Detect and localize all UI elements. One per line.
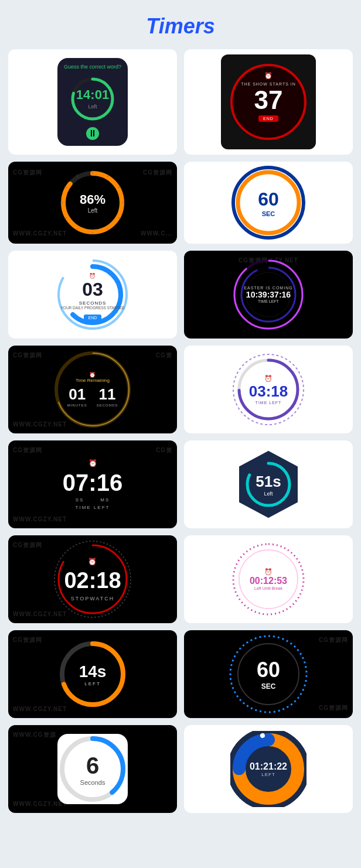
timer14-center: 60 SEC (257, 658, 280, 691)
timer13-container: 14s LEFT (57, 639, 128, 709)
timer6-center: EASTER IS COMING 10:39:37:16 TIME LEFT (244, 286, 292, 303)
timer-7: CG资源网 CG资 WWW.CGZY.NET ⏰ Time Remaining … (8, 346, 177, 433)
page-title: Timers (0, 0, 361, 49)
timer7-minutes-unit: 01 MINUTES (67, 385, 87, 407)
timer15-container: 6 Seconds (57, 734, 128, 804)
timer6-time: 10:39:37:16 (246, 290, 291, 299)
timer7-center: ⏰ Time Remaining 01 MINUTES 11 SECONDS (67, 372, 118, 407)
timer8-container: ⏰ 03:18 TIME LEFT (230, 351, 306, 428)
timer5-progress-label: YOUR DAILY PROGRESS STARTED (61, 306, 125, 310)
timer12-time: 00:12:53 (250, 576, 287, 586)
timer1-container: Guess the correct word? 14:01 Left ⏸ (57, 58, 128, 146)
timer8-left: TIME LEFT (256, 401, 282, 405)
timer7-sec-label: SECONDS (97, 404, 118, 407)
timer14-sec: SEC (261, 682, 276, 691)
timer7-title: Time Remaining (76, 378, 110, 383)
timer4-container: 60 SEC (230, 165, 306, 241)
timer9-clock-icon: ⏰ (88, 459, 97, 467)
watermark-7b: CG资 (156, 351, 172, 360)
timer9-time-left: TIME LEFT (76, 505, 110, 510)
timer-8: ⏰ 03:18 TIME LEFT (184, 346, 353, 433)
svg-point-22 (231, 201, 235, 204)
timers-grid: Guess the correct word? 14:01 Left ⏸ ⏰ T… (0, 49, 361, 825)
watermark-9b: CG资 (156, 446, 172, 454)
watermark-9a: CG资源网 (13, 446, 42, 454)
timer5-container: ⏰ 03 SECONDS YOUR DAILY PROGRESS STARTED… (55, 257, 131, 333)
timer5-sec-label: SECONDS (79, 300, 107, 306)
timer11-time: 02:18 (64, 568, 121, 593)
timer12-clock-icon: ⏰ (264, 568, 273, 576)
timer-3: CG资源网 CG资源网 WWW.CGZY.NET WWW.C... (8, 162, 177, 244)
timer10-container: 51s Left (236, 449, 301, 520)
timer10-num: 51s (256, 473, 281, 491)
timer3-center: 86% Left (80, 192, 105, 214)
timer6-coming: EASTER IS COMING (244, 286, 292, 290)
timer-11: CG资源网 WWW.CGZY.NET ⏰ 02:18 STOPWATCH (8, 535, 177, 623)
watermark-9c: WWW.CGZY.NET (13, 516, 67, 522)
timer5-bottom: END (84, 312, 102, 321)
timer1-left: Left (88, 104, 97, 110)
watermark-13a: CG资源网 (13, 636, 42, 644)
watermark-14a: CG资源网 (319, 636, 348, 644)
timer2-end-button[interactable]: END (258, 115, 278, 122)
svg-point-21 (267, 236, 270, 240)
timer9-container: ⏰ 07:16 SS MS TIME LEFT (63, 459, 122, 510)
timer11-label: STOPWATCH (71, 596, 114, 602)
timer12-container: ⏰ 00:12:53 Left Until Break (230, 538, 306, 620)
timer5-end-button[interactable]: END (84, 315, 102, 321)
timer6-left: TIME LEFT (258, 299, 279, 303)
timer1-question: Guess the correct word? (64, 64, 121, 71)
timer-15: WWW.CG资源 WWW.CGZY.NET 6 Seconds (8, 725, 177, 813)
watermark-14b: CG资源网 (319, 704, 348, 712)
timer8-clock-icon: ⏰ (264, 375, 273, 382)
timer12-left: Left Until Break (254, 586, 282, 590)
timer5-clock-icon: ⏰ (89, 273, 97, 279)
timer3-left-label: Left (88, 207, 98, 214)
timer13-center: 14s LEFT (79, 662, 107, 686)
timer4-center: 60 SEC (258, 189, 279, 217)
timer-2: ⏰ THE SHOW STARTS IN 37 END (184, 49, 353, 155)
timer15-center: 6 Seconds (80, 753, 105, 786)
timer2-clock-icon: ⏰ (264, 72, 273, 80)
timer7-values-row: 01 MINUTES 11 SECONDS (67, 385, 118, 407)
timer7-min-label: MINUTES (67, 404, 87, 407)
timer8-time: 03:18 (249, 382, 288, 401)
timer15-label: Seconds (80, 779, 105, 786)
timer2-number: 37 (254, 87, 283, 113)
timer-1: Guess the correct word? 14:01 Left ⏸ (8, 49, 177, 155)
timer13-num: 14s (79, 662, 107, 681)
timer9-labels: SS MS (76, 497, 110, 503)
svg-point-20 (302, 201, 305, 204)
timer6-container: EASTER IS COMING 10:39:37:16 TIME LEFT (230, 257, 306, 333)
timer13-left: LEFT (84, 681, 101, 686)
timer-9: CG资源网 CG资 WWW.CGZY.NET ⏰ 07:16 SS MS TIM… (8, 440, 177, 528)
timer2-container: ⏰ THE SHOW STARTS IN 37 END (230, 64, 306, 140)
timer3-percent: 86% (80, 192, 105, 207)
timer1-pause-button[interactable]: ⏸ (86, 127, 99, 140)
timer9-time: 07:16 (63, 470, 122, 496)
timer5-num: 03 (82, 279, 103, 300)
timer5-center: ⏰ 03 SECONDS YOUR DAILY PROGRESS STARTED (61, 273, 125, 310)
timer16-center: 01:21:22 LEFT (250, 761, 287, 777)
timer-10: 51s Left (184, 440, 353, 528)
timer10-left: Left (264, 491, 273, 497)
timer7-seconds: 11 (99, 385, 116, 404)
timer14-num: 60 (257, 658, 280, 682)
pause-icon: ⏸ (88, 128, 97, 139)
watermark-11a: CG资源网 (13, 541, 42, 549)
timer15-num: 6 (86, 753, 99, 779)
svg-point-19 (267, 166, 270, 169)
timer-16: 01:21:22 LEFT (184, 725, 353, 813)
watermark-7a: CG资源网 (13, 351, 42, 360)
timer11-clock-icon: ⏰ (88, 558, 97, 566)
timer7-container: ⏰ Time Remaining 01 MINUTES 11 SECONDS (52, 348, 134, 430)
timer9-ms-label: MS (100, 497, 110, 503)
timer16-container: 01:21:22 LEFT (230, 731, 306, 807)
timer7-clock-icon: ⏰ (89, 372, 96, 378)
timer16-left: LEFT (261, 772, 275, 777)
timer8-center: ⏰ 03:18 TIME LEFT (249, 375, 288, 405)
timer-14: CG资源网 CG资源网 60 SEC (184, 630, 353, 718)
timer12-center: ⏰ 00:12:53 Left Until Break (250, 568, 287, 590)
timer-4: 60 SEC (184, 162, 353, 244)
watermark-15a: WWW.CG资源 (13, 731, 56, 739)
